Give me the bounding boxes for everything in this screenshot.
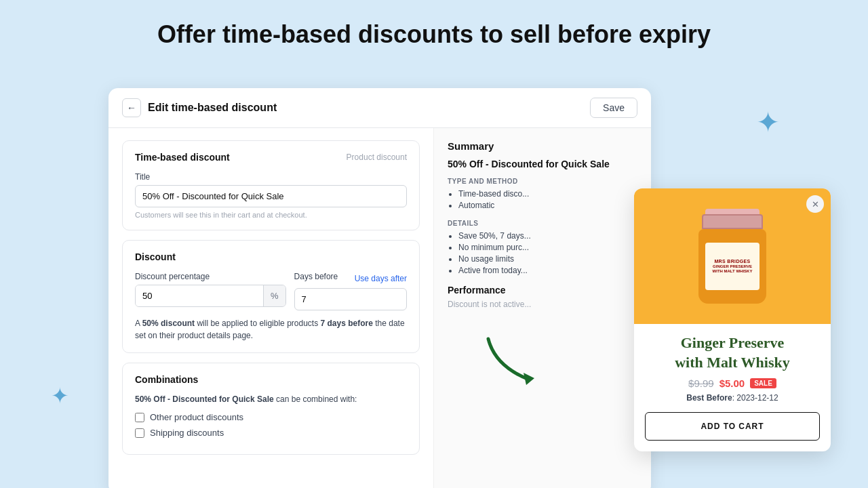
summary-discount-name: 50% Off - Discounted for Quick Sale xyxy=(448,159,637,169)
back-button[interactable]: ← xyxy=(122,98,141,117)
checkbox-other-product: Other product discounts xyxy=(135,412,407,422)
checkbox-other-product-input[interactable] xyxy=(135,413,144,422)
days-input[interactable] xyxy=(294,288,407,310)
sale-price: $5.00 xyxy=(719,378,745,389)
summary-type-item-1: Time-based disco... xyxy=(458,189,637,199)
popup-best-before: Best Before: 2023-12-12 xyxy=(645,393,820,403)
section3-header: Combinations xyxy=(135,374,407,385)
summary-type-list: Time-based disco... Automatic xyxy=(448,189,637,210)
title-field-label: Title xyxy=(135,172,407,182)
jar-label: MRS BRIDGES GINGER PRESERVE with MALT WH… xyxy=(705,243,760,290)
summary-detail-3: No usage limits xyxy=(458,254,637,264)
discount-row: Discount percentage % Days before Use da… xyxy=(135,272,407,310)
section2-header: Discount xyxy=(135,251,407,262)
summary-type-item-2: Automatic xyxy=(458,201,637,210)
summary-detail-1: Save 50%, 7 days... xyxy=(458,231,637,241)
summary-details-list: Save 50%, 7 days... No minimum purc... N… xyxy=(448,231,637,275)
right-column: Summary 50% Off - Discounted for Quick S… xyxy=(434,128,651,488)
page-title: Offer time-based discounts to sell befor… xyxy=(0,0,868,65)
summary-detail-4: Active from today... xyxy=(458,266,637,275)
title-input[interactable] xyxy=(135,185,407,207)
section-time-based: Time-based discount Product discount Tit… xyxy=(122,140,420,230)
discount-pct-input-wrapper: % xyxy=(135,285,286,307)
section1-title: Time-based discount xyxy=(135,152,230,163)
section1-subtitle: Product discount xyxy=(347,152,407,162)
jar-body: MRS BRIDGES GINGER PRESERVE with MALT WH… xyxy=(698,229,766,304)
section-combinations: Combinations 50% Off - Discounted for Qu… xyxy=(122,363,420,455)
card-header-title: Edit time-based discount xyxy=(148,102,277,114)
discount-bold-pct: 50% discount xyxy=(142,319,195,328)
star-decoration-top-right: ✦ xyxy=(756,108,780,137)
best-before-label: Best Before xyxy=(686,393,732,403)
use-days-after-link[interactable]: Use days after xyxy=(355,274,407,283)
performance-text: Discount is not active... xyxy=(448,300,637,309)
left-column: Time-based discount Product discount Tit… xyxy=(108,128,434,488)
main-card: ← Edit time-based discount Save Time-bas… xyxy=(108,88,651,488)
discount-pct-input[interactable] xyxy=(136,285,263,306)
jar-lid xyxy=(702,214,763,229)
checkbox-shipping: Shipping discounts xyxy=(135,428,407,438)
summary-detail-2: No minimum purc... xyxy=(458,243,637,252)
popup-image-area: MRS BRIDGES GINGER PRESERVE with MALT WH… xyxy=(634,188,831,324)
card-header: ← Edit time-based discount Save xyxy=(108,88,651,128)
popup-product-name: Ginger Preserve with Malt Whisky xyxy=(645,333,820,372)
popup-price-row: $9.99 $5.00 SALE xyxy=(645,378,820,389)
discount-bold-days: 7 days before xyxy=(321,319,373,328)
sale-badge: SALE xyxy=(750,378,776,388)
discount-pct-field: Discount percentage % xyxy=(135,272,286,310)
days-label: Days before xyxy=(294,272,338,281)
days-field: Days before Use days after xyxy=(294,272,407,310)
section1-header: Time-based discount Product discount xyxy=(135,152,407,163)
section-discount: Discount Discount percentage % Days befo… xyxy=(122,240,420,353)
jar-brand-text: MRS BRIDGES xyxy=(714,259,750,264)
add-to-cart-button[interactable]: ADD TO CART xyxy=(645,412,820,441)
popup-content: Ginger Preserve with Malt Whisky $9.99 $… xyxy=(634,324,831,451)
checkbox-other-product-label: Other product discounts xyxy=(150,412,243,422)
discount-pct-label: Discount percentage xyxy=(135,272,286,281)
combo-text: 50% Off - Discounted for Quick Sale can … xyxy=(135,394,407,404)
summary-type-label: TYPE AND METHOD xyxy=(448,178,637,185)
checkbox-shipping-label: Shipping discounts xyxy=(150,428,224,438)
card-body: Time-based discount Product discount Tit… xyxy=(108,128,651,488)
combo-bold-name: 50% Off - Discounted for Quick Sale xyxy=(135,394,274,404)
best-before-date: 2023-12-12 xyxy=(736,393,778,403)
summary-details-label: DETAILS xyxy=(448,220,637,227)
performance-title: Performance xyxy=(448,285,637,296)
combo-text-suffix: can be combined with: xyxy=(274,394,357,404)
jar-illustration: MRS BRIDGES GINGER PRESERVE with MALT WH… xyxy=(695,209,770,304)
percent-suffix: % xyxy=(263,285,285,306)
section2-title: Discount xyxy=(135,251,176,262)
summary-title: Summary xyxy=(448,140,637,152)
performance-section: Performance Discount is not active... xyxy=(448,285,637,309)
discount-description: A 50% discount will be applied to eligib… xyxy=(135,317,407,342)
star-decoration-bottom-left: ✦ xyxy=(51,385,69,407)
save-button[interactable]: Save xyxy=(590,98,637,118)
original-price: $9.99 xyxy=(688,378,714,389)
title-hint: Customers will see this in their cart an… xyxy=(135,211,407,219)
product-popup: ✕ MRS BRIDGES GINGER PRESERVE with MALT … xyxy=(634,188,831,451)
popup-close-button[interactable]: ✕ xyxy=(806,195,824,213)
section3-title: Combinations xyxy=(135,374,198,385)
card-header-left: ← Edit time-based discount xyxy=(122,98,277,117)
jar-product-text: GINGER PRESERVE with MALT WHISKY xyxy=(708,264,757,274)
checkbox-shipping-input[interactable] xyxy=(135,428,144,438)
